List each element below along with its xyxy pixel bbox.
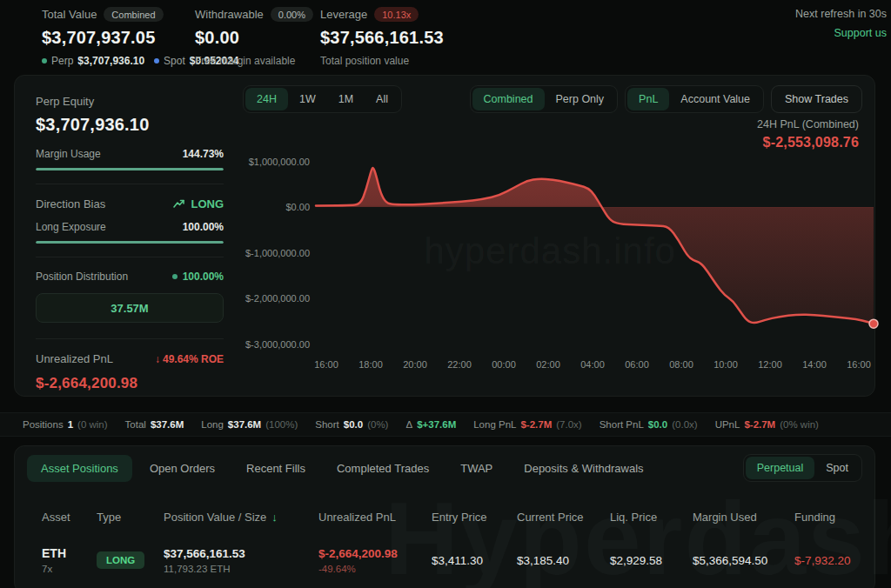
position-value: $37,566,161.53 [164, 547, 318, 560]
pnl-plot-area[interactable]: hyperdash.info [316, 151, 874, 351]
funding: $-7,932.20 [794, 554, 874, 567]
combined-badge: Combined [104, 7, 163, 22]
positions-card: Hyperdash Asset PositionsOpen OrdersRece… [14, 445, 875, 588]
show-trades-button[interactable]: Show Trades [771, 85, 862, 113]
direction-bias-label: Direction Bias [36, 197, 105, 210]
leverage-stat: Leverage 10.13x $37,566,161.53 Total pos… [320, 7, 444, 67]
column-header-type[interactable]: Type [97, 511, 164, 524]
summary-item: Positions1(0 win) [23, 419, 108, 430]
row-roe: -49.64% [318, 564, 432, 574]
position-distribution-pct: 100.00% [183, 271, 224, 283]
positions-summary-strip: Positions1(0 win)Total$37.6MLong$37.6M(1… [0, 412, 891, 437]
x-axis-label: 22:00 [447, 359, 472, 370]
unrealized-pnl-value: $-2,664,200.98 [36, 375, 224, 392]
range-button-24h[interactable]: 24H [245, 88, 288, 110]
summary-item: Δ$+37.6M [405, 419, 456, 430]
x-axis-label: 00:00 [492, 359, 516, 370]
x-axis-label: 16:00 [847, 359, 871, 370]
margin-usage-bar [36, 168, 224, 170]
x-axis-label: 14:00 [802, 359, 827, 370]
column-header-position-value-size[interactable]: Position Value / Size↓ [164, 511, 318, 524]
x-axis-label: 04:00 [580, 359, 605, 370]
y-axis-label: $-2,000,000.00 [245, 293, 310, 304]
portfolio-card: Perp Equity $3,707,936.10 Margin Usage 1… [14, 75, 875, 397]
leverage-subtext: Total position value [320, 55, 444, 67]
y-axis-label: $-3,000,000.00 [245, 339, 310, 350]
summary-item: Short PnL$0.0(0.0x) [600, 419, 698, 430]
x-axis-label: 16:00 [314, 359, 338, 370]
positions-tabs: Asset PositionsOpen OrdersRecent FillsCo… [27, 455, 658, 482]
perp-dot-icon [42, 58, 47, 63]
pnl-chart-title: 24H PnL (Combined) [757, 118, 859, 130]
unrealized-pnl-label: Unrealized PnL [36, 352, 113, 365]
account-mode-group: CombinedPerp Only [470, 85, 619, 113]
tab-open-orders[interactable]: Open Orders [136, 455, 229, 482]
direction-bias-value: LONG [191, 197, 224, 210]
liq-price: $2,929.58 [610, 554, 693, 567]
withdrawable-subtext: Free margin available [195, 55, 313, 67]
perp-label: Perp [51, 55, 73, 67]
leverage-label: Leverage [320, 8, 367, 21]
trending-up-icon [173, 199, 185, 210]
summary-item: Long$37.6M(100%) [201, 419, 298, 430]
x-axis-label: 06:00 [625, 359, 649, 370]
column-header-entry-price[interactable]: Entry Price [432, 511, 517, 524]
market-button-spot[interactable]: Spot [814, 457, 860, 479]
column-header-funding[interactable]: Funding [794, 511, 874, 524]
tab-completed-trades[interactable]: Completed Trades [323, 455, 443, 482]
distribution-dot-icon [172, 274, 178, 279]
mode-button-combined[interactable]: Combined [472, 88, 545, 110]
long-exposure-label: Long Exposure [36, 221, 106, 233]
position-size: 11,793.23 ETH [164, 564, 318, 574]
spot-dot-icon [154, 58, 159, 63]
divider [36, 338, 224, 339]
pnl-chart-value: $-2,553,098.76 [757, 135, 859, 150]
tab-recent-fills[interactable]: Recent Fills [232, 455, 319, 482]
x-axis-label: 08:00 [669, 359, 693, 370]
leverage-badge: 10.13x [374, 7, 419, 22]
withdrawable-pct-badge: 0.00% [271, 7, 313, 22]
divider [36, 257, 224, 257]
mode-button-perp-only[interactable]: Perp Only [545, 88, 616, 110]
summary-item: Total$37.6M [125, 419, 184, 430]
perp-equity-label: Perp Equity [36, 95, 224, 108]
x-axis-label: 10:00 [713, 359, 738, 370]
y-axis-label: $1,000,000.00 [249, 157, 310, 167]
current-value-dot [869, 319, 878, 328]
asset-symbol: ETH [42, 546, 97, 560]
column-header-asset[interactable]: Asset [42, 511, 97, 524]
tab-twap[interactable]: TWAP [446, 455, 506, 482]
total-value-label: Total Value [42, 8, 97, 21]
positions-table-header: AssetTypePosition Value / Size↓Unrealize… [15, 504, 874, 530]
support-us-link[interactable]: Support us [795, 27, 887, 39]
market-button-perpetual[interactable]: Perpetual [746, 457, 815, 479]
tab-asset-positions[interactable]: Asset Positions [27, 455, 132, 482]
asset-leverage: 7x [42, 564, 97, 574]
column-header-current-price[interactable]: Current Price [517, 511, 610, 524]
column-header-liq-price[interactable]: Liq. Price [610, 511, 693, 524]
refresh-countdown: Next refresh in 30s [795, 8, 887, 20]
margin-used: $5,366,594.50 [693, 554, 794, 567]
range-button-all[interactable]: All [365, 88, 399, 110]
leverage-value: $37,566,161.53 [320, 28, 444, 48]
range-button-1m[interactable]: 1M [327, 88, 365, 110]
summary-item: UPnL$-2.7M(0% win) [715, 419, 819, 430]
spot-label: Spot [164, 55, 185, 67]
view-button-account-value[interactable]: Account Value [669, 88, 761, 110]
tab-deposits-withdrawals[interactable]: Deposits & Withdrawals [510, 455, 657, 482]
withdrawable-label: Withdrawable [195, 8, 264, 21]
withdrawable-stat: Withdrawable 0.00% $0.00 Free margin ava… [195, 7, 313, 67]
range-button-1w[interactable]: 1W [288, 88, 327, 110]
position-distribution-box[interactable]: 37.57M [36, 293, 224, 323]
view-button-pnl[interactable]: PnL [627, 88, 669, 110]
column-header-margin-used[interactable]: Margin Used [693, 511, 794, 524]
table-row[interactable]: ETH 7x LONG $37,566,161.53 11,793.23 ETH… [15, 537, 874, 584]
time-range-group: 24H1W1MAll [243, 85, 402, 113]
roe-value: 49.64% ROE [163, 353, 224, 365]
position-distribution-label: Position Distribution [36, 271, 128, 283]
summary-item: Long PnL$-2.7M(7.0x) [473, 419, 581, 430]
column-header-unrealized-pnl[interactable]: Unrealized PnL [318, 511, 432, 524]
hyperdash-dashboard: Total Value Combined $3,707,937.05 Perp … [0, 0, 891, 588]
x-axis-label: 12:00 [758, 359, 782, 370]
y-axis-label: $-1,000,000.00 [245, 248, 310, 258]
